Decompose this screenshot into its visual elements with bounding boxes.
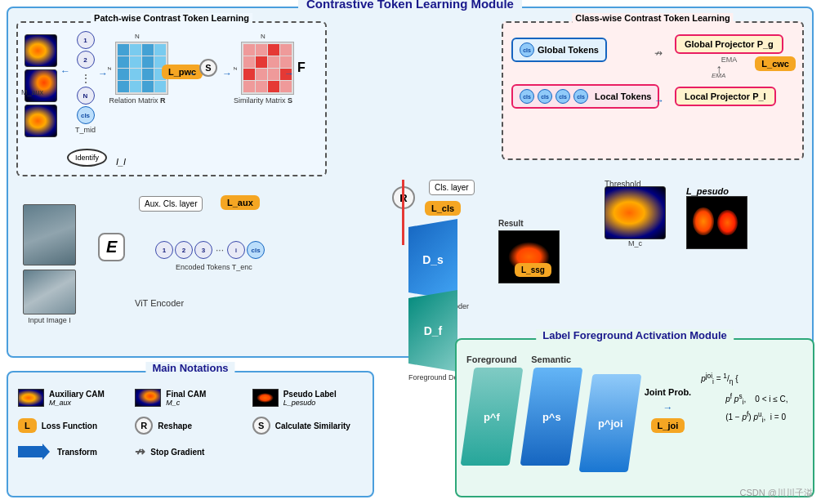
tmid-label: T_mid [75,126,96,134]
cls-layer-area: Cls. layer [429,180,475,195]
notation-calc-sim: S Calculate Similarity [252,417,363,435]
lcwc-box: L_cwc [755,56,796,71]
local-tokens-area: cls cls cls cls Local Tokens [511,84,659,109]
heatmap-2 [25,69,57,102]
relation-matrix [115,42,168,95]
local-tokens-label: Local Tokens [595,91,651,101]
notation-aux-cam: Auxiliary CAM M_aux [18,389,128,407]
transform-icon [18,446,42,457]
pseudo-label-label: Pseudo Label [283,390,337,399]
identify-area: Identify [67,149,107,167]
cls-icon-global: cls [520,42,534,57]
aux-cam-label: Auxiliary CAM [49,390,105,399]
enc-2: 2 [175,241,193,259]
tmid-col: 1 2 ⋮ N cls T_mid [75,31,96,134]
pseudo-label-icon [252,389,279,407]
joint-area: Joint Prob. → L_joi [645,387,691,433]
encoder-area: E [98,233,125,261]
lpseudo-area: L_pesudo [686,186,747,249]
poi-label: p^joi [597,417,622,430]
patch-wise-box: Patch-wise Contrast Token Learning M_aux… [16,21,327,176]
sim-z-label: z [232,67,239,70]
matrix-n-label: N [106,33,168,40]
crop-image-area [23,204,76,265]
aux-cam-sublabel: M_aux [49,399,105,407]
pf-shape: p^f [460,368,523,466]
lssg-box: L_ssg [515,263,551,277]
input-image [23,270,76,314]
joi-col: p^joi [586,374,635,472]
cls-layer-box: Cls. layer [429,180,475,195]
cls-icon-l4: cls [573,89,588,104]
aux-cam-text: Auxiliary CAM M_aux [49,390,105,407]
ds-label: D_s [422,253,444,266]
final-cam-icon [135,389,161,407]
local-projector-label: Local Projector P_l [685,91,766,101]
heatmap-3 [25,105,57,137]
token-2: 2 [77,51,95,69]
ps-label: p^s [542,411,560,423]
mc-image [605,186,666,239]
notation-stop-grad: ↛ Stop Gradient [135,444,245,459]
notations-grid: Auxiliary CAM M_aux Final CAM M_c Pseudo… [8,372,373,469]
transform-label: Transform [57,448,97,457]
stop-grad-label: Stop Gradient [150,448,204,457]
lcls-area: L_cls [425,200,461,216]
s-circle: S [199,59,217,77]
label-fg-box: Label Foreground Activation Module Foreg… [455,338,814,497]
m-aux-label: M_aux [21,88,43,96]
stop-grad-icon: ↛ [135,444,145,459]
calc-sim-label: Calculate Similarity [275,421,350,430]
df-label: D_f [424,324,443,337]
pseudo-label-text: Pseudo Label L_pesudo [283,390,337,407]
notation-reshape: R Reshape [135,417,245,435]
pseudo-label-sublabel: L_pesudo [283,399,337,407]
global-tokens-label: Global Tokens [538,45,599,55]
label-fg-title: Label Foreground Activation Module [536,329,734,341]
foreground-decoder-shape: D_f [408,290,457,372]
sim-n-label: N [232,33,294,40]
vit-label: ViT Encoder [135,298,184,308]
ps-shape: p^s [520,368,582,466]
global-tokens-area: cls Global Tokens [511,38,607,62]
poi-shape: p^joi [578,374,641,472]
semantic-decoder-shape: D_s [408,219,457,301]
joint-prob-label: Joint Prob. [645,387,691,397]
encoded-tokens-row: 1 2 3 ··· i cls [155,241,265,259]
fg-col: Foreground p^f [466,355,517,466]
contrastive-title: Contrastive Token Learning Module [298,0,522,11]
reshape-label: Reshape [158,421,192,430]
il-label: I_l [116,157,126,167]
formula-text: pjoii = 1/η { pf psi, 0 < i ≤ C, (1 − pf… [701,371,788,426]
result-label: Result [498,219,560,228]
cls-icon-l3: cls [556,89,570,104]
notations-title: Main Notations [145,362,234,374]
global-tokens-box: cls Global Tokens [511,38,607,62]
notations-box: Main Notations Auxiliary CAM M_aux Final… [7,371,374,497]
aux-cam-icon [18,389,44,407]
local-projector-box: Local Projector P_l [675,87,776,106]
input-image-label: Input Image I [23,316,76,324]
sem-label: Semantic [531,355,571,364]
arrow-4: → [222,68,232,79]
notation-loss: L Loss Function [18,417,128,435]
laux-box: L_aux [221,195,260,210]
crop-image [23,204,76,265]
enc-1: 1 [155,241,173,259]
lcwc-area: L_cwc [755,56,796,71]
heatmap-stack [25,34,57,137]
laux-area: L_aux [221,194,260,210]
local-tokens-box: cls cls cls cls Local Tokens [511,84,659,109]
heatmap-1 [25,34,57,67]
enc-dots: ··· [216,244,224,256]
formula-case2: (1 − pf) pui, i = 0 [725,409,788,426]
ljoi-box: L_joi [651,418,685,433]
stop-grad-arrow: ↛ [654,47,663,59]
similarity-matrix-label: Similarity Matrix S [232,96,294,105]
patch-title: Patch-wise Contrast Token Learning [91,13,252,23]
token-cls: cls [77,106,95,124]
token-1: 1 [77,31,95,49]
token-n: N [77,87,95,105]
relation-matrix-area: N z Relation Matrix R [106,33,168,105]
cls-icon-l1: cls [520,89,534,104]
